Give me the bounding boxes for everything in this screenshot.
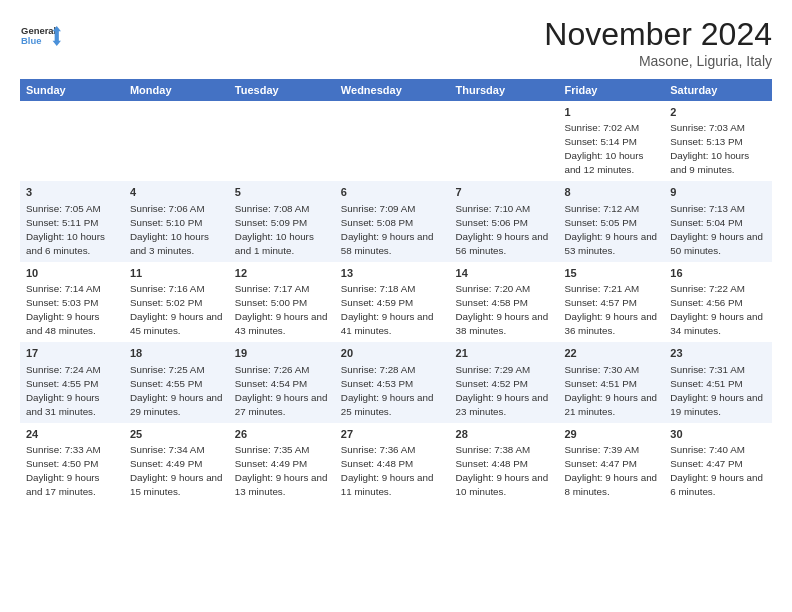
calendar-cell: 25Sunrise: 7:34 AMSunset: 4:49 PMDayligh… xyxy=(124,423,229,503)
day-info: Sunrise: 7:16 AM xyxy=(130,283,205,294)
day-info: Sunset: 4:55 PM xyxy=(130,378,202,389)
day-number: 1 xyxy=(564,105,658,120)
calendar-cell: 12Sunrise: 7:17 AMSunset: 5:00 PMDayligh… xyxy=(229,262,335,342)
calendar-cell: 1Sunrise: 7:02 AMSunset: 5:14 PMDaylight… xyxy=(558,101,664,181)
calendar-cell xyxy=(335,101,450,181)
day-number: 24 xyxy=(26,427,118,442)
day-info: Sunrise: 7:34 AM xyxy=(130,444,205,455)
day-info: Sunrise: 7:39 AM xyxy=(564,444,639,455)
day-info: Sunrise: 7:17 AM xyxy=(235,283,310,294)
day-info: Sunset: 5:10 PM xyxy=(130,217,202,228)
day-info: Sunrise: 7:40 AM xyxy=(670,444,745,455)
day-number: 20 xyxy=(341,346,444,361)
day-info: Daylight: 9 hours and 45 minutes. xyxy=(130,311,223,336)
day-number: 26 xyxy=(235,427,329,442)
calendar-cell: 9Sunrise: 7:13 AMSunset: 5:04 PMDaylight… xyxy=(664,181,772,261)
day-info: Daylight: 9 hours and 43 minutes. xyxy=(235,311,328,336)
day-info: Sunrise: 7:02 AM xyxy=(564,122,639,133)
day-info: Sunrise: 7:25 AM xyxy=(130,364,205,375)
calendar-cell: 22Sunrise: 7:30 AMSunset: 4:51 PMDayligh… xyxy=(558,342,664,422)
day-info: Sunset: 4:55 PM xyxy=(26,378,98,389)
day-info: Sunset: 5:09 PM xyxy=(235,217,307,228)
day-info: Sunrise: 7:18 AM xyxy=(341,283,416,294)
day-info: Sunset: 5:13 PM xyxy=(670,136,742,147)
calendar-cell: 10Sunrise: 7:14 AMSunset: 5:03 PMDayligh… xyxy=(20,262,124,342)
header-tuesday: Tuesday xyxy=(229,79,335,101)
day-info: Sunset: 4:50 PM xyxy=(26,458,98,469)
day-number: 30 xyxy=(670,427,766,442)
day-info: Sunrise: 7:31 AM xyxy=(670,364,745,375)
calendar-cell: 7Sunrise: 7:10 AMSunset: 5:06 PMDaylight… xyxy=(450,181,559,261)
day-info: Sunrise: 7:14 AM xyxy=(26,283,101,294)
day-info: Sunrise: 7:06 AM xyxy=(130,203,205,214)
day-number: 16 xyxy=(670,266,766,281)
calendar-cell: 27Sunrise: 7:36 AMSunset: 4:48 PMDayligh… xyxy=(335,423,450,503)
day-info: Daylight: 9 hours and 34 minutes. xyxy=(670,311,763,336)
calendar-cell: 17Sunrise: 7:24 AMSunset: 4:55 PMDayligh… xyxy=(20,342,124,422)
day-info: Sunrise: 7:24 AM xyxy=(26,364,101,375)
week-row-3: 10Sunrise: 7:14 AMSunset: 5:03 PMDayligh… xyxy=(20,262,772,342)
day-info: Sunrise: 7:21 AM xyxy=(564,283,639,294)
day-info: Sunset: 4:53 PM xyxy=(341,378,413,389)
day-info: Sunrise: 7:05 AM xyxy=(26,203,101,214)
day-info: Sunset: 4:57 PM xyxy=(564,297,636,308)
header-monday: Monday xyxy=(124,79,229,101)
day-info: Sunset: 4:47 PM xyxy=(564,458,636,469)
day-number: 6 xyxy=(341,185,444,200)
day-number: 3 xyxy=(26,185,118,200)
day-info: Daylight: 9 hours and 36 minutes. xyxy=(564,311,657,336)
header-saturday: Saturday xyxy=(664,79,772,101)
day-number: 21 xyxy=(456,346,553,361)
title-block: November 2024 Masone, Liguria, Italy xyxy=(544,16,772,69)
day-info: Daylight: 9 hours and 38 minutes. xyxy=(456,311,549,336)
calendar-cell: 2Sunrise: 7:03 AMSunset: 5:13 PMDaylight… xyxy=(664,101,772,181)
day-info: Daylight: 10 hours and 12 minutes. xyxy=(564,150,643,175)
day-info: Sunrise: 7:08 AM xyxy=(235,203,310,214)
week-row-2: 3Sunrise: 7:05 AMSunset: 5:11 PMDaylight… xyxy=(20,181,772,261)
day-info: Sunrise: 7:35 AM xyxy=(235,444,310,455)
day-info: Sunrise: 7:28 AM xyxy=(341,364,416,375)
day-number: 7 xyxy=(456,185,553,200)
calendar-cell: 8Sunrise: 7:12 AMSunset: 5:05 PMDaylight… xyxy=(558,181,664,261)
day-info: Sunrise: 7:09 AM xyxy=(341,203,416,214)
day-info: Daylight: 10 hours and 1 minute. xyxy=(235,231,314,256)
day-info: Sunrise: 7:33 AM xyxy=(26,444,101,455)
day-info: Daylight: 9 hours and 19 minutes. xyxy=(670,392,763,417)
day-info: Daylight: 9 hours and 56 minutes. xyxy=(456,231,549,256)
calendar-cell: 23Sunrise: 7:31 AMSunset: 4:51 PMDayligh… xyxy=(664,342,772,422)
day-number: 11 xyxy=(130,266,223,281)
calendar-header-row: SundayMondayTuesdayWednesdayThursdayFrid… xyxy=(20,79,772,101)
calendar-table: SundayMondayTuesdayWednesdayThursdayFrid… xyxy=(20,79,772,503)
logo-svg: General Blue xyxy=(20,16,62,58)
day-number: 14 xyxy=(456,266,553,281)
day-info: Sunrise: 7:38 AM xyxy=(456,444,531,455)
calendar-cell: 11Sunrise: 7:16 AMSunset: 5:02 PMDayligh… xyxy=(124,262,229,342)
day-info: Daylight: 9 hours and 58 minutes. xyxy=(341,231,434,256)
day-info: Sunset: 4:54 PM xyxy=(235,378,307,389)
day-info: Sunset: 5:11 PM xyxy=(26,217,98,228)
calendar-cell: 30Sunrise: 7:40 AMSunset: 4:47 PMDayligh… xyxy=(664,423,772,503)
day-info: Daylight: 9 hours and 17 minutes. xyxy=(26,472,100,497)
day-info: Sunset: 4:47 PM xyxy=(670,458,742,469)
calendar-cell: 3Sunrise: 7:05 AMSunset: 5:11 PMDaylight… xyxy=(20,181,124,261)
day-info: Daylight: 9 hours and 13 minutes. xyxy=(235,472,328,497)
day-info: Sunset: 5:04 PM xyxy=(670,217,742,228)
page-title: November 2024 xyxy=(544,16,772,53)
day-number: 5 xyxy=(235,185,329,200)
day-number: 9 xyxy=(670,185,766,200)
day-info: Daylight: 9 hours and 41 minutes. xyxy=(341,311,434,336)
calendar-cell: 4Sunrise: 7:06 AMSunset: 5:10 PMDaylight… xyxy=(124,181,229,261)
day-info: Daylight: 9 hours and 6 minutes. xyxy=(670,472,763,497)
day-info: Daylight: 9 hours and 29 minutes. xyxy=(130,392,223,417)
page-subtitle: Masone, Liguria, Italy xyxy=(544,53,772,69)
day-info: Sunset: 4:48 PM xyxy=(341,458,413,469)
day-info: Sunrise: 7:10 AM xyxy=(456,203,531,214)
calendar-cell: 16Sunrise: 7:22 AMSunset: 4:56 PMDayligh… xyxy=(664,262,772,342)
calendar-cell: 15Sunrise: 7:21 AMSunset: 4:57 PMDayligh… xyxy=(558,262,664,342)
day-number: 12 xyxy=(235,266,329,281)
day-info: Sunrise: 7:36 AM xyxy=(341,444,416,455)
day-info: Sunrise: 7:20 AM xyxy=(456,283,531,294)
day-info: Sunset: 4:51 PM xyxy=(564,378,636,389)
day-number: 17 xyxy=(26,346,118,361)
day-info: Daylight: 9 hours and 23 minutes. xyxy=(456,392,549,417)
